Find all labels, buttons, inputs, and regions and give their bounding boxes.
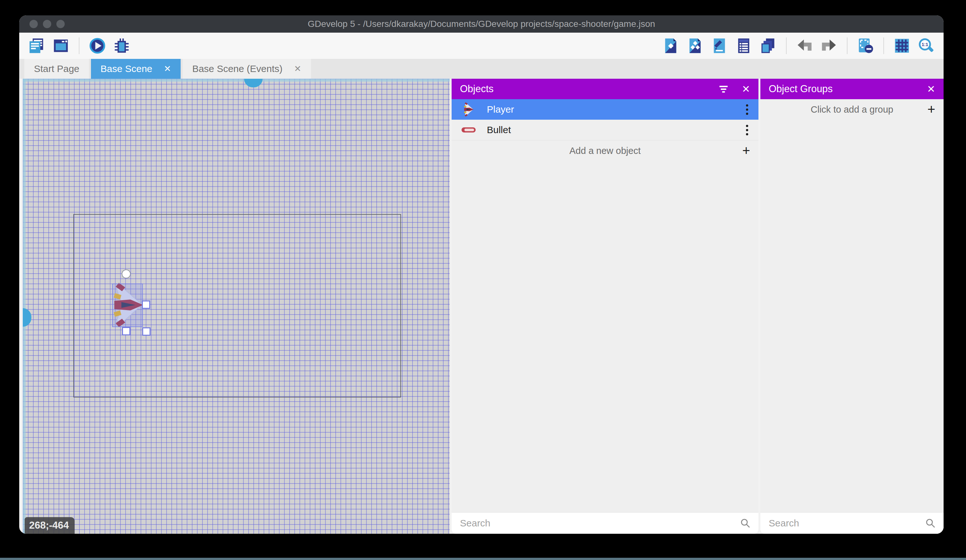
grid-icon[interactable] [893, 37, 911, 55]
objects-search-box [452, 513, 759, 534]
gdevelop-window: GDevelop 5 - /Users/dkarakay/Documents/G… [19, 15, 944, 534]
screenshot-root: GDevelop 5 - /Users/dkarakay/Documents/G… [0, 0, 966, 560]
object-row-player[interactable]: Player [452, 99, 759, 120]
toolbar-right-group: 1:1 [662, 37, 935, 55]
main-toolbar: 1:1 [19, 33, 944, 59]
bullet-thumbnail [460, 127, 477, 133]
new-window-icon[interactable] [52, 37, 70, 55]
tab-label: Base Scene [100, 63, 153, 74]
selection-overlay [112, 283, 143, 327]
plus-icon[interactable]: + [742, 144, 750, 157]
window-title: GDevelop 5 - /Users/dkarakay/Documents/G… [308, 19, 656, 29]
horizontal-scrollbar-thumb[interactable] [244, 79, 263, 87]
objects-panel: Objects ✕ [452, 79, 759, 534]
cursor-coordinates-badge: 268;-464 [25, 517, 75, 534]
project-manager-icon[interactable] [28, 37, 46, 55]
object-name: Bullet [487, 124, 511, 135]
groups-search-box [761, 513, 944, 534]
panel-title: Object Groups [769, 83, 927, 95]
tab-base-scene[interactable]: Base Scene ✕ [91, 59, 181, 79]
title-bar: GDevelop 5 - /Users/dkarakay/Documents/G… [19, 15, 944, 33]
scene-canvas[interactable]: 268;-464 [23, 79, 450, 534]
resize-handle-corner[interactable] [142, 327, 151, 336]
add-group-row[interactable]: Click to add a group + [761, 99, 944, 120]
tab-start-page[interactable]: Start Page [25, 59, 89, 79]
window-mask-icon[interactable] [856, 37, 874, 55]
resize-handle-bottom[interactable] [122, 327, 130, 336]
add-object-row[interactable]: Add a new object + [452, 141, 759, 161]
object-name: Player [487, 104, 514, 115]
tab-base-scene-events[interactable]: Base Scene (Events) ✕ [182, 59, 310, 79]
undo-icon[interactable] [795, 37, 813, 55]
close-icon[interactable]: ✕ [927, 84, 935, 94]
close-icon[interactable]: ✕ [164, 65, 171, 73]
toolbar-separator [786, 38, 787, 54]
background-window-edge [0, 558, 966, 560]
preview-play-icon[interactable] [89, 37, 106, 55]
object-row-bullet[interactable]: Bullet [452, 120, 759, 141]
resize-handle-right[interactable] [142, 300, 150, 309]
groups-search-input[interactable] [768, 517, 925, 529]
panel-title: Objects [460, 83, 718, 95]
traffic-lights [30, 20, 65, 28]
properties-panel-icon[interactable] [710, 37, 728, 55]
horizontal-scrollbar-track [23, 79, 450, 82]
object-groups-panel: Object Groups ✕ Click to add a group + [761, 79, 944, 534]
search-icon [925, 518, 936, 529]
zoom-1-1-icon[interactable]: 1:1 [917, 37, 935, 55]
close-button[interactable] [30, 20, 38, 28]
toolbar-left-group [28, 37, 131, 55]
objects-panel-header: Objects ✕ [452, 79, 759, 99]
filter-icon[interactable] [718, 84, 729, 94]
objects-panel-icon[interactable] [662, 37, 680, 55]
zoom-button[interactable] [56, 20, 65, 28]
vertical-scrollbar-thumb[interactable] [23, 308, 31, 327]
tab-label: Base Scene (Events) [192, 63, 283, 74]
objects-header-icons: ✕ [718, 84, 750, 94]
vertical-scrollbar-track [23, 79, 26, 534]
minimize-button[interactable] [43, 20, 51, 28]
rotate-handle[interactable] [122, 269, 131, 278]
close-icon[interactable]: ✕ [742, 84, 750, 94]
plus-icon[interactable]: + [927, 103, 935, 116]
layers-panel-icon[interactable] [759, 37, 777, 55]
object-groups-panel-header: Object Groups ✕ [761, 79, 944, 99]
search-icon [740, 518, 751, 529]
toolbar-separator [883, 38, 884, 54]
toolbar-separator [847, 38, 848, 54]
object-menu-kebab-icon[interactable] [744, 102, 750, 117]
player-ship-thumbnail [460, 102, 477, 117]
main-content: 268;-464 Objects ✕ [19, 79, 944, 534]
redo-icon[interactable] [820, 37, 838, 55]
instances-list-icon[interactable] [735, 37, 753, 55]
debug-icon[interactable] [113, 37, 131, 55]
add-object-label: Add a new object [570, 146, 641, 156]
objects-search-input[interactable] [459, 517, 740, 529]
object-groups-panel-icon[interactable] [686, 37, 704, 55]
toolbar-separator [79, 38, 79, 54]
object-menu-kebab-icon[interactable] [744, 123, 750, 137]
close-icon[interactable]: ✕ [294, 65, 301, 73]
tab-label: Start Page [34, 63, 79, 74]
editor-tab-bar: Start Page Base Scene ✕ Base Scene (Even… [19, 59, 944, 79]
zoom-ratio-label: 1:1 [922, 42, 928, 47]
add-group-label: Click to add a group [811, 104, 893, 115]
